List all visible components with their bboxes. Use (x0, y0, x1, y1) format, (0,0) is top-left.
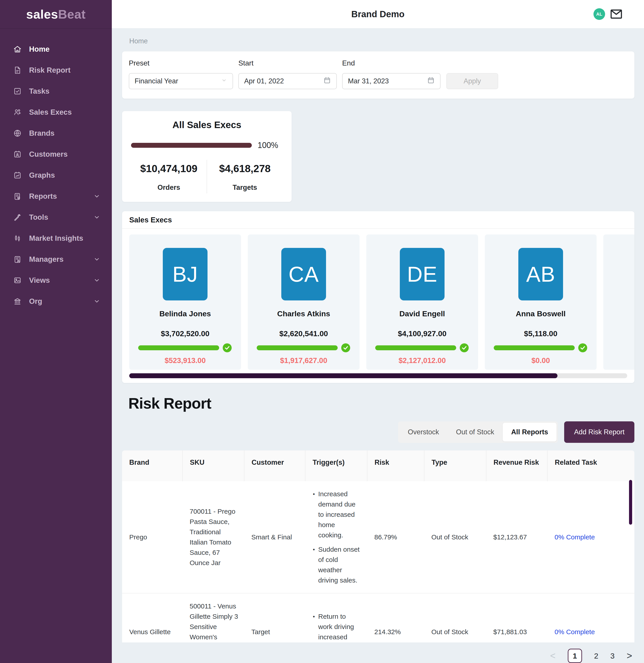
sidebar-item-views[interactable]: Views (0, 273, 112, 288)
related-task-link[interactable]: 0% Complete (555, 533, 595, 541)
exec-target-amount: $0.00 (532, 356, 550, 365)
exec-orders-amount: $2,620,541.00 (279, 329, 328, 338)
tab-overstock[interactable]: Overstock (399, 423, 448, 441)
risk-report-table-panel: Brand SKU Customer Trigger(s) Risk Type … (122, 451, 635, 642)
logo-text-beat: Beat (58, 7, 86, 21)
sidebar-item-org[interactable]: Org (0, 294, 112, 308)
sales-exec-card[interactable]: CA Charles Atkins $2,620,541.00 $1,917,6… (248, 234, 360, 370)
image-icon (13, 276, 22, 285)
cell-brand: Prego (122, 481, 182, 593)
sidebar-item-label: Org (29, 297, 42, 305)
sidebar-item-market-insights[interactable]: Market Insights (0, 231, 112, 246)
risk-report-toolbar: Overstock Out of Stock All Reports Add R… (122, 421, 635, 443)
column-header-triggers[interactable]: Trigger(s) (305, 451, 367, 481)
start-date-input[interactable]: Apr 01, 2022 (238, 73, 337, 89)
avatar[interactable]: AL (594, 8, 605, 20)
sidebar-item-risk-report[interactable]: Risk Report (0, 63, 112, 77)
trigger-item: Increased demand due to increased home c… (312, 489, 362, 540)
logo-text-sales: sales (26, 7, 58, 21)
main-area: Brand Demo AL Home Preset Financial Year… (112, 0, 644, 663)
check-badge-icon (459, 343, 469, 353)
column-header-related-task[interactable]: Related Task (548, 451, 635, 481)
pagination-next-icon[interactable]: > (626, 651, 632, 661)
column-header-risk[interactable]: Risk (367, 451, 424, 481)
column-header-customer[interactable]: Customer (244, 451, 305, 481)
column-header-revenue-risk[interactable]: Revenue Risk (486, 451, 548, 481)
avatar: AB (518, 248, 563, 300)
pagination-prev-icon[interactable]: < (550, 651, 556, 661)
sales-execs-section: Sales Execs BJ Belinda Jones $3,702,520.… (122, 211, 635, 383)
pagination-page-2[interactable]: 2 (594, 651, 598, 660)
pagination: < 1 2 3 > (122, 649, 635, 663)
calendar-icon (427, 76, 435, 86)
sidebar-item-managers[interactable]: Managers (0, 252, 112, 267)
chevron-down-icon (93, 214, 100, 221)
add-risk-report-button[interactable]: Add Risk Report (564, 421, 635, 443)
column-header-type[interactable]: Type (424, 451, 486, 481)
related-task-link[interactable]: 0% Complete (555, 628, 595, 636)
exec-name: Anna Boswell (516, 310, 566, 318)
report-icon (13, 192, 22, 201)
pagination-page-3[interactable]: 3 (610, 651, 615, 660)
cell-sku: 700011 - Prego Pasta Sauce, Traditional … (182, 481, 244, 593)
wrench-icon (13, 213, 22, 222)
orders-value: $10,474,109 (131, 162, 207, 175)
preset-select[interactable]: Financial Year (129, 73, 233, 89)
table-row[interactable]: Venus Gillette 500011 - Venus Gillette S… (122, 593, 635, 642)
carousel-scrollbar-thumb[interactable] (129, 373, 557, 378)
cell-type: Out of Stock (424, 481, 486, 593)
calendar-icon (323, 76, 331, 86)
table-scrollbar-thumb[interactable] (629, 480, 632, 525)
cell-revenue-risk: $71,881.03 (486, 593, 548, 642)
sidebar-item-tasks[interactable]: Tasks (0, 84, 112, 98)
sidebar-item-home[interactable]: Home (0, 42, 112, 56)
table-header-row: Brand SKU Customer Trigger(s) Risk Type … (122, 451, 635, 481)
column-header-brand[interactable]: Brand (122, 451, 182, 481)
sidebar-item-label: Sales Execs (29, 108, 72, 116)
cell-risk: 214.32% (367, 593, 424, 642)
carousel-scrollbar[interactable] (129, 373, 627, 378)
sales-exec-card-partial[interactable] (603, 234, 635, 370)
mail-icon[interactable] (610, 9, 622, 19)
preset-label: Preset (129, 59, 233, 67)
bank-icon (13, 297, 22, 306)
cell-revenue-risk: $12,123.67 (486, 481, 548, 593)
start-date-value: Apr 01, 2022 (244, 77, 284, 85)
check-badge-icon (222, 343, 232, 353)
start-label: Start (238, 59, 337, 67)
chevron-down-icon (221, 77, 227, 85)
cell-risk: 86.79% (367, 481, 424, 593)
end-date-input[interactable]: Mar 31, 2023 (342, 73, 441, 89)
breadcrumb[interactable]: Home (122, 37, 635, 45)
sidebar-item-brands[interactable]: Brands (0, 126, 112, 140)
sales-exec-card[interactable]: BJ Belinda Jones $3,702,520.00 $523,913.… (129, 234, 241, 370)
chevron-down-icon (93, 193, 100, 200)
sidebar-item-customers[interactable]: Customers (0, 147, 112, 161)
orders-stat: $10,474,109 Orders (131, 160, 207, 193)
sales-execs-carousel: BJ Belinda Jones $3,702,520.00 $523,913.… (122, 229, 635, 370)
sidebar-item-label: Tasks (29, 87, 49, 95)
check-square-icon (13, 87, 22, 96)
cell-type: Out of Stock (424, 593, 486, 642)
globe-icon (13, 129, 22, 138)
sales-exec-card[interactable]: DE David Engell $4,100,927.00 $2,127,012… (366, 234, 478, 370)
table-row[interactable]: Prego 700011 - Prego Pasta Sauce, Tradit… (122, 481, 635, 593)
sidebar-item-tools[interactable]: Tools (0, 210, 112, 224)
sidebar-item-label: Brands (29, 129, 54, 137)
apply-button[interactable]: Apply (446, 73, 498, 89)
exec-orders-amount: $4,100,927.00 (398, 329, 446, 338)
sidebar-item-reports[interactable]: Reports (0, 189, 112, 203)
sidebar-item-label: Customers (29, 150, 68, 159)
column-header-sku[interactable]: SKU (182, 451, 244, 481)
pagination-page-1[interactable]: 1 (568, 649, 582, 663)
tab-all-reports[interactable]: All Reports (503, 423, 557, 441)
sidebar-item-sales-execs[interactable]: Sales Execs (0, 105, 112, 119)
exec-name: Belinda Jones (159, 310, 211, 318)
sales-exec-card[interactable]: AB Anna Boswell $5,118.00 $0.00 (485, 234, 597, 370)
tab-out-of-stock[interactable]: Out of Stock (447, 423, 503, 441)
cell-customer: Smart & Final (244, 481, 305, 593)
cell-related-task: 0% Complete (548, 593, 635, 642)
sales-execs-section-title: Sales Execs (122, 211, 635, 229)
sidebar-item-graphs[interactable]: Graphs (0, 168, 112, 182)
exec-target-amount: $1,917,627.00 (280, 356, 327, 365)
